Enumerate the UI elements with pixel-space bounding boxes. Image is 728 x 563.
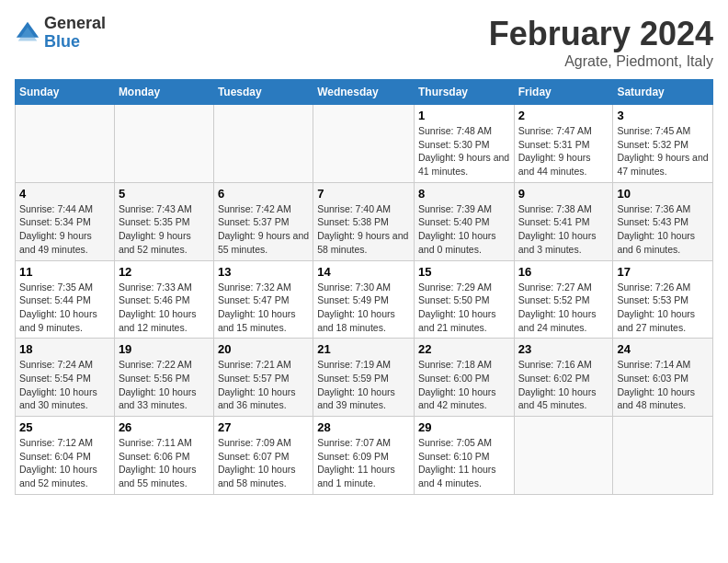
day-number: 16	[518, 265, 609, 279]
day-info: Sunrise: 7:47 AM Sunset: 5:31 PM Dayligh…	[518, 124, 609, 178]
day-number: 22	[418, 342, 510, 356]
calendar-cell	[16, 105, 115, 183]
day-number: 9	[518, 187, 609, 201]
calendar-cell: 23Sunrise: 7:16 AM Sunset: 6:02 PM Dayli…	[514, 339, 613, 417]
calendar-cell: 6Sunrise: 7:42 AM Sunset: 5:37 PM Daylig…	[213, 182, 313, 260]
day-number: 18	[19, 342, 110, 356]
calendar-cell: 21Sunrise: 7:19 AM Sunset: 5:59 PM Dayli…	[313, 339, 415, 417]
day-number: 27	[218, 420, 309, 434]
header-day-friday: Friday	[514, 80, 613, 105]
day-info: Sunrise: 7:11 AM Sunset: 6:06 PM Dayligh…	[119, 436, 210, 490]
day-number: 26	[119, 420, 210, 434]
calendar-cell: 8Sunrise: 7:39 AM Sunset: 5:40 PM Daylig…	[414, 182, 514, 260]
page-header: General Blue February 2024 Agrate, Piedm…	[15, 15, 713, 70]
header-row: SundayMondayTuesdayWednesdayThursdayFrid…	[16, 80, 713, 105]
logo-blue: Blue	[44, 33, 106, 52]
day-number: 4	[19, 187, 110, 201]
day-info: Sunrise: 7:48 AM Sunset: 5:30 PM Dayligh…	[418, 124, 510, 178]
day-number: 1	[418, 109, 510, 122]
calendar-cell: 18Sunrise: 7:24 AM Sunset: 5:54 PM Dayli…	[16, 339, 115, 417]
calendar-cell: 4Sunrise: 7:44 AM Sunset: 5:34 PM Daylig…	[16, 182, 115, 260]
day-info: Sunrise: 7:35 AM Sunset: 5:44 PM Dayligh…	[19, 281, 110, 335]
day-number: 3	[617, 109, 709, 122]
day-number: 5	[119, 187, 210, 201]
day-info: Sunrise: 7:22 AM Sunset: 5:56 PM Dayligh…	[119, 358, 210, 412]
day-info: Sunrise: 7:42 AM Sunset: 5:37 PM Dayligh…	[218, 202, 309, 257]
day-info: Sunrise: 7:40 AM Sunset: 5:38 PM Dayligh…	[317, 202, 410, 257]
header-day-monday: Monday	[114, 80, 213, 105]
calendar-cell: 11Sunrise: 7:35 AM Sunset: 5:44 PM Dayli…	[16, 260, 115, 339]
day-number: 21	[317, 342, 410, 356]
header-day-wednesday: Wednesday	[313, 80, 415, 105]
calendar-week-row: 1Sunrise: 7:48 AM Sunset: 5:30 PM Daylig…	[16, 105, 713, 183]
day-number: 29	[418, 420, 510, 434]
title-block: February 2024 Agrate, Piedmont, Italy	[489, 15, 713, 70]
day-number: 7	[317, 187, 410, 201]
day-info: Sunrise: 7:09 AM Sunset: 6:07 PM Dayligh…	[218, 436, 309, 490]
day-number: 24	[617, 342, 709, 356]
day-number: 2	[518, 109, 609, 122]
day-number: 28	[317, 420, 410, 434]
calendar-cell: 16Sunrise: 7:27 AM Sunset: 5:52 PM Dayli…	[514, 260, 613, 339]
calendar-cell: 1Sunrise: 7:48 AM Sunset: 5:30 PM Daylig…	[414, 105, 514, 183]
calendar-cell	[114, 105, 213, 183]
calendar-cell: 19Sunrise: 7:22 AM Sunset: 5:56 PM Dayli…	[114, 339, 213, 417]
day-number: 8	[418, 187, 510, 201]
location-subtitle: Agrate, Piedmont, Italy	[489, 53, 713, 70]
logo-text: General Blue	[44, 15, 106, 52]
day-info: Sunrise: 7:05 AM Sunset: 6:10 PM Dayligh…	[418, 436, 510, 490]
calendar-cell: 17Sunrise: 7:26 AM Sunset: 5:53 PM Dayli…	[613, 260, 713, 339]
calendar-week-row: 4Sunrise: 7:44 AM Sunset: 5:34 PM Daylig…	[16, 182, 713, 260]
header-day-sunday: Sunday	[16, 80, 115, 105]
logo-general: General	[44, 15, 106, 33]
calendar-week-row: 11Sunrise: 7:35 AM Sunset: 5:44 PM Dayli…	[16, 260, 713, 339]
calendar-header: SundayMondayTuesdayWednesdayThursdayFrid…	[16, 80, 713, 105]
day-number: 10	[617, 187, 709, 201]
day-info: Sunrise: 7:26 AM Sunset: 5:53 PM Dayligh…	[617, 281, 709, 335]
calendar-table: SundayMondayTuesdayWednesdayThursdayFrid…	[15, 79, 713, 495]
calendar-cell: 27Sunrise: 7:09 AM Sunset: 6:07 PM Dayli…	[213, 417, 313, 495]
calendar-cell: 14Sunrise: 7:30 AM Sunset: 5:49 PM Dayli…	[313, 260, 415, 339]
day-info: Sunrise: 7:32 AM Sunset: 5:47 PM Dayligh…	[218, 281, 309, 335]
day-info: Sunrise: 7:39 AM Sunset: 5:40 PM Dayligh…	[418, 202, 510, 257]
day-number: 17	[617, 265, 709, 279]
calendar-cell: 10Sunrise: 7:36 AM Sunset: 5:43 PM Dayli…	[613, 182, 713, 260]
day-number: 13	[218, 265, 309, 279]
calendar-cell	[213, 105, 313, 183]
day-info: Sunrise: 7:21 AM Sunset: 5:57 PM Dayligh…	[218, 358, 309, 412]
day-info: Sunrise: 7:07 AM Sunset: 6:09 PM Dayligh…	[317, 436, 410, 490]
calendar-cell: 2Sunrise: 7:47 AM Sunset: 5:31 PM Daylig…	[514, 105, 613, 183]
calendar-cell	[514, 417, 613, 495]
calendar-cell: 7Sunrise: 7:40 AM Sunset: 5:38 PM Daylig…	[313, 182, 415, 260]
calendar-cell: 12Sunrise: 7:33 AM Sunset: 5:46 PM Dayli…	[114, 260, 213, 339]
calendar-cell: 3Sunrise: 7:45 AM Sunset: 5:32 PM Daylig…	[613, 105, 713, 183]
day-info: Sunrise: 7:36 AM Sunset: 5:43 PM Dayligh…	[617, 202, 709, 257]
calendar-week-row: 18Sunrise: 7:24 AM Sunset: 5:54 PM Dayli…	[16, 339, 713, 417]
calendar-cell: 5Sunrise: 7:43 AM Sunset: 5:35 PM Daylig…	[114, 182, 213, 260]
day-info: Sunrise: 7:16 AM Sunset: 6:02 PM Dayligh…	[518, 358, 609, 412]
calendar-cell: 24Sunrise: 7:14 AM Sunset: 6:03 PM Dayli…	[613, 339, 713, 417]
day-info: Sunrise: 7:33 AM Sunset: 5:46 PM Dayligh…	[119, 281, 210, 335]
day-info: Sunrise: 7:43 AM Sunset: 5:35 PM Dayligh…	[119, 202, 210, 257]
calendar-cell	[613, 417, 713, 495]
day-info: Sunrise: 7:27 AM Sunset: 5:52 PM Dayligh…	[518, 281, 609, 335]
day-info: Sunrise: 7:44 AM Sunset: 5:34 PM Dayligh…	[19, 202, 110, 257]
day-info: Sunrise: 7:19 AM Sunset: 5:59 PM Dayligh…	[317, 358, 410, 412]
day-number: 15	[418, 265, 510, 279]
calendar-cell: 29Sunrise: 7:05 AM Sunset: 6:10 PM Dayli…	[414, 417, 514, 495]
day-info: Sunrise: 7:14 AM Sunset: 6:03 PM Dayligh…	[617, 358, 709, 412]
calendar-cell: 22Sunrise: 7:18 AM Sunset: 6:00 PM Dayli…	[414, 339, 514, 417]
day-number: 23	[518, 342, 609, 356]
calendar-cell: 28Sunrise: 7:07 AM Sunset: 6:09 PM Dayli…	[313, 417, 415, 495]
calendar-cell: 13Sunrise: 7:32 AM Sunset: 5:47 PM Dayli…	[213, 260, 313, 339]
header-day-saturday: Saturday	[613, 80, 713, 105]
day-number: 6	[218, 187, 309, 201]
calendar-cell: 9Sunrise: 7:38 AM Sunset: 5:41 PM Daylig…	[514, 182, 613, 260]
calendar-body: 1Sunrise: 7:48 AM Sunset: 5:30 PM Daylig…	[16, 105, 713, 495]
header-day-thursday: Thursday	[414, 80, 514, 105]
day-info: Sunrise: 7:18 AM Sunset: 6:00 PM Dayligh…	[418, 358, 510, 412]
calendar-cell: 25Sunrise: 7:12 AM Sunset: 6:04 PM Dayli…	[16, 417, 115, 495]
day-number: 20	[218, 342, 309, 356]
day-number: 14	[317, 265, 410, 279]
day-number: 12	[119, 265, 210, 279]
